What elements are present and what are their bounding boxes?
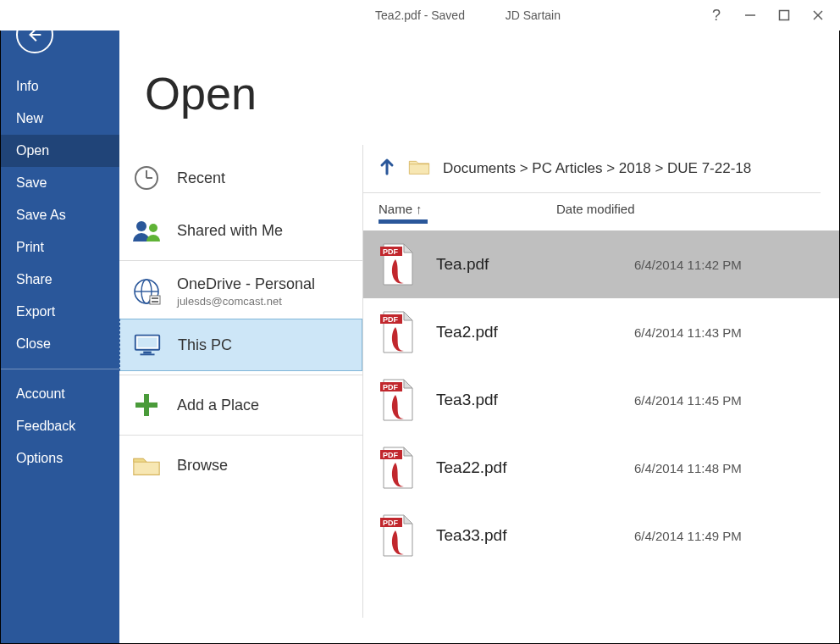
svg-point-9 [149, 224, 158, 232]
file-name: Tea2.pdf [436, 323, 614, 341]
file-date: 6/4/2014 11:42 PM [634, 258, 742, 272]
column-name-label: Name [379, 202, 412, 216]
sidebar-item-options[interactable]: Options [1, 442, 119, 475]
column-header-date[interactable]: Date modified [556, 202, 635, 216]
svg-point-8 [136, 221, 146, 231]
pdf-icon: PDF [379, 310, 416, 354]
file-name: Tea3.pdf [436, 391, 614, 409]
pdf-icon: PDF [379, 242, 416, 286]
source-onedrive-personal[interactable]: OneDrive - Personaljulesds@comcast.net [119, 264, 362, 319]
people-icon [131, 215, 162, 246]
breadcrumb-path[interactable]: Documents > PC Articles > 2018 > DUE 7-2… [443, 160, 751, 177]
source-this-pc[interactable]: This PC [119, 319, 362, 371]
svg-text:PDF: PDF [383, 247, 399, 256]
sidebar-item-save-as[interactable]: Save As [1, 199, 119, 231]
file-date: 6/4/2014 11:45 PM [634, 393, 742, 408]
up-folder-button[interactable] [379, 157, 395, 180]
source-sublabel: julesds@comcast.net [177, 295, 315, 308]
file-row[interactable]: PDFTea3.pdf6/4/2014 11:45 PM [363, 366, 839, 434]
svg-text:PDF: PDF [383, 519, 399, 527]
sidebar-item-new[interactable]: New [1, 103, 119, 135]
source-label: This PC [178, 336, 232, 354]
svg-text:PDF: PDF [383, 383, 399, 391]
main-panel: Open RecentShared with MeOneDrive - Pers… [119, 1, 839, 643]
file-name: Tea33.pdf [436, 526, 614, 545]
column-header-name[interactable]: Name ↑ [379, 202, 556, 216]
file-date: 6/4/2014 11:49 PM [634, 529, 742, 543]
file-date: 6/4/2014 11:43 PM [634, 325, 742, 340]
file-list-header: Name ↑ Date modified [363, 193, 839, 216]
close-button[interactable] [801, 3, 835, 28]
document-title: Tea2.pdf - Saved [375, 8, 465, 22]
source-label: Recent [177, 169, 225, 187]
file-row[interactable]: PDFTea2.pdf6/4/2014 11:43 PM [363, 298, 839, 366]
sidebar-item-close[interactable]: Close [1, 328, 119, 360]
source-browse[interactable]: Browse [119, 439, 362, 491]
sidebar-item-info[interactable]: Info [1, 70, 119, 103]
open-sources-list: RecentShared with MeOneDrive - Personalj… [119, 145, 363, 618]
pdf-icon: PDF [379, 378, 416, 422]
backstage-sidebar: InfoNewOpenSaveSave AsPrintShareExportCl… [1, 1, 119, 643]
source-label: Add a Place [177, 397, 259, 414]
pdf-icon: PDF [379, 446, 416, 490]
clock-icon [131, 163, 162, 193]
file-row[interactable]: PDFTea.pdf6/4/2014 11:42 PM [363, 230, 839, 298]
file-name: Tea22.pdf [436, 458, 614, 477]
svg-rect-15 [152, 301, 158, 303]
folder-icon [131, 450, 162, 480]
source-add-a-place[interactable]: Add a Place [119, 379, 362, 431]
svg-rect-19 [140, 353, 154, 355]
file-list-panel: Documents > PC Articles > 2018 > DUE 7-2… [363, 145, 839, 618]
source-divider [119, 260, 362, 261]
svg-rect-13 [150, 296, 160, 304]
pdf-icon: PDF [379, 514, 416, 558]
svg-rect-17 [138, 337, 158, 347]
this-pc-icon [132, 330, 163, 360]
svg-rect-18 [143, 352, 151, 354]
sidebar-item-export[interactable]: Export [1, 296, 119, 328]
source-label: Shared with Me [177, 222, 283, 240]
page-title: Open [145, 67, 839, 119]
sidebar-item-account[interactable]: Account [1, 378, 119, 410]
source-shared-with-me[interactable]: Shared with Me [119, 204, 362, 257]
titlebar: Tea2.pdf - Saved JD Sartain ? [0, 0, 840, 31]
plus-icon [131, 390, 162, 420]
svg-rect-14 [152, 297, 158, 299]
file-rows[interactable]: PDFTea.pdf6/4/2014 11:42 PMPDFTea2.pdf6/… [363, 230, 839, 610]
source-divider [119, 435, 362, 436]
restore-button[interactable] [767, 3, 801, 28]
sidebar-separator [1, 369, 119, 369]
svg-rect-1 [780, 11, 789, 20]
sidebar-item-share[interactable]: Share [1, 264, 119, 296]
minimize-button[interactable] [733, 3, 767, 28]
source-recent[interactable]: Recent [119, 152, 362, 204]
file-row[interactable]: PDFTea22.pdf6/4/2014 11:48 PM [363, 434, 839, 502]
source-divider [119, 375, 362, 375]
column-resize-handle[interactable] [379, 219, 428, 224]
sidebar-item-feedback[interactable]: Feedback [1, 410, 119, 442]
sidebar-item-print[interactable]: Print [1, 231, 119, 264]
breadcrumb-bar: Documents > PC Articles > 2018 > DUE 7-2… [363, 152, 821, 193]
file-name: Tea.pdf [436, 255, 614, 274]
user-name: JD Sartain [506, 8, 561, 22]
source-label: OneDrive - Personal [177, 275, 315, 293]
folder-icon [407, 158, 431, 179]
sidebar-item-open[interactable]: Open [1, 135, 119, 167]
sort-asc-icon: ↑ [416, 202, 423, 216]
onedrive-icon [131, 276, 162, 307]
help-button[interactable]: ? [699, 3, 733, 28]
svg-text:PDF: PDF [383, 451, 399, 459]
svg-rect-21 [135, 402, 158, 408]
file-row[interactable]: PDFTea33.pdf6/4/2014 11:49 PM [363, 502, 839, 569]
svg-text:PDF: PDF [383, 315, 399, 324]
file-date: 6/4/2014 11:48 PM [634, 461, 742, 475]
sidebar-item-save[interactable]: Save [1, 167, 119, 199]
source-label: Browse [177, 457, 228, 475]
